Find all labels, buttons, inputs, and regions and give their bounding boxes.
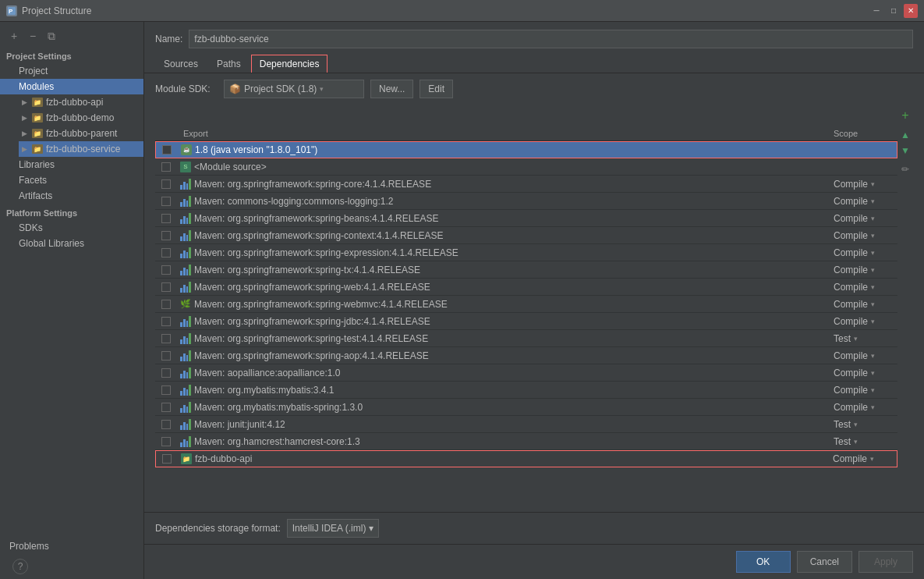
sidebar-item-sdks[interactable]: SDKs bbox=[0, 220, 143, 236]
row-name: Maven: org.springframework:spring-web:4.… bbox=[177, 280, 827, 294]
scope-dropdown-arrow[interactable]: ▾ bbox=[854, 335, 858, 343]
sidebar-item-modules[interactable]: Modules bbox=[0, 79, 143, 94]
table-row[interactable]: Maven: org.springframework:spring-core:4… bbox=[155, 176, 897, 193]
scope-dropdown-arrow[interactable]: ▾ bbox=[871, 369, 875, 377]
maximize-button[interactable]: □ bbox=[887, 4, 901, 18]
scope-dropdown-arrow[interactable]: ▾ bbox=[854, 438, 858, 446]
scope-dropdown-arrow[interactable]: ▾ bbox=[870, 455, 874, 463]
scope-dropdown-arrow[interactable]: ▾ bbox=[871, 215, 875, 222]
name-input[interactable] bbox=[189, 30, 913, 48]
scope-dropdown-arrow[interactable]: ▾ bbox=[871, 403, 875, 411]
table-row[interactable]: Maven: org.springframework:spring-aop:4.… bbox=[155, 347, 897, 364]
row-checkbox[interactable] bbox=[155, 214, 177, 223]
move-up-button[interactable]: ▲ bbox=[898, 128, 912, 142]
row-checkbox[interactable] bbox=[155, 317, 177, 326]
tab-sources[interactable]: Sources bbox=[155, 55, 207, 73]
sidebar-item-libraries[interactable]: Libraries bbox=[0, 157, 143, 172]
tab-paths[interactable]: Paths bbox=[208, 55, 250, 73]
row-checkbox[interactable] bbox=[155, 368, 177, 378]
row-checkbox[interactable] bbox=[155, 300, 177, 309]
copy-module-button[interactable]: ⧉ bbox=[44, 28, 59, 44]
platform-settings-label: Platform Settings bbox=[0, 204, 143, 220]
row-checkbox[interactable] bbox=[155, 420, 177, 429]
row-scope: Compile ▾ bbox=[827, 383, 897, 397]
tab-dependencies[interactable]: Dependencies bbox=[251, 55, 328, 73]
sidebar-item-artifacts-label: Artifacts bbox=[19, 190, 52, 201]
scope-dropdown-arrow[interactable]: ▾ bbox=[871, 300, 875, 308]
row-scope: Compile ▾ bbox=[827, 297, 897, 311]
table-row[interactable]: Maven: aopalliance:aopalliance:1.0 Compi… bbox=[155, 364, 897, 382]
tree-item-fzb-dubbo-service[interactable]: ▶ 📁 fzb-dubbo-service bbox=[19, 141, 143, 157]
tree-item-fzb-dubbo-demo[interactable]: ▶ 📁 fzb-dubbo-demo bbox=[19, 110, 143, 126]
table-row[interactable]: 🌿 Maven: org.springframework:spring-webm… bbox=[155, 296, 897, 313]
add-dependency-button[interactable]: + bbox=[897, 108, 913, 123]
row-checkbox[interactable] bbox=[155, 231, 177, 240]
storage-format-arrow: ▾ bbox=[369, 523, 373, 534]
sidebar-item-problems[interactable]: Problems bbox=[0, 538, 143, 554]
tree-item-fzb-dubbo-api[interactable]: ▶ 📁 fzb-dubbo-api bbox=[19, 94, 143, 110]
scope-dropdown-arrow[interactable]: ▾ bbox=[871, 352, 875, 360]
table-row[interactable]: Maven: org.springframework:spring-web:4.… bbox=[155, 279, 897, 296]
sidebar-item-project[interactable]: Project bbox=[0, 63, 143, 79]
cancel-button[interactable]: Cancel bbox=[797, 551, 852, 573]
dependencies-section: + Export Scope ☕ 1.8 (java ve bbox=[155, 105, 913, 512]
sidebar-item-facets[interactable]: Facets bbox=[0, 172, 143, 188]
scope-dropdown-arrow[interactable]: ▾ bbox=[871, 386, 875, 394]
move-down-button[interactable]: ▼ bbox=[898, 144, 912, 158]
remove-module-button[interactable]: − bbox=[25, 28, 41, 44]
ok-button[interactable]: OK bbox=[736, 551, 791, 573]
row-checkbox[interactable] bbox=[155, 282, 177, 292]
table-row[interactable]: Maven: org.mybatis:mybatis:3.4.1 Compile… bbox=[155, 382, 897, 399]
scope-dropdown-arrow[interactable]: ▾ bbox=[871, 249, 875, 257]
table-row[interactable]: 📁 fzb-dubbo-api Compile ▾ bbox=[155, 450, 897, 467]
table-row[interactable]: Maven: org.mybatis:mybatis-spring:1.3.0 … bbox=[155, 399, 897, 416]
scope-dropdown-arrow[interactable]: ▾ bbox=[871, 232, 875, 240]
row-checkbox[interactable] bbox=[155, 334, 177, 343]
table-row[interactable]: Maven: org.springframework:spring-beans:… bbox=[155, 210, 897, 227]
scope-dropdown-arrow[interactable]: ▾ bbox=[871, 197, 875, 205]
scope-dropdown-arrow[interactable]: ▾ bbox=[871, 266, 875, 274]
row-checkbox[interactable] bbox=[155, 197, 177, 206]
tree-item-fzb-dubbo-parent[interactable]: ▶ 📁 fzb-dubbo-parent bbox=[19, 126, 143, 141]
row-checkbox[interactable] bbox=[155, 179, 177, 189]
row-checkbox[interactable] bbox=[155, 437, 177, 446]
row-checkbox[interactable] bbox=[155, 403, 177, 412]
table-row[interactable]: Maven: org.springframework:spring-contex… bbox=[155, 227, 897, 244]
table-row[interactable]: Maven: org.springframework:spring-jdbc:4… bbox=[155, 313, 897, 330]
close-button[interactable]: ✕ bbox=[904, 4, 918, 18]
row-checkbox[interactable] bbox=[155, 265, 177, 275]
tree-arrow: ▶ bbox=[22, 130, 27, 137]
table-row[interactable]: S <Module source> bbox=[155, 158, 897, 176]
sidebar-item-global-libraries[interactable]: Global Libraries bbox=[0, 236, 143, 251]
table-row[interactable]: Maven: org.hamcrest:hamcrest-core:1.3 Te… bbox=[155, 433, 897, 450]
row-scope: Compile ▾ bbox=[827, 229, 897, 243]
row-checkbox[interactable] bbox=[155, 162, 177, 172]
table-row[interactable]: Maven: org.springframework:spring-test:4… bbox=[155, 330, 897, 347]
row-checkbox[interactable] bbox=[156, 145, 178, 155]
table-row[interactable]: Maven: org.springframework:spring-tx:4.1… bbox=[155, 261, 897, 279]
edit-button[interactable]: ✏ bbox=[898, 162, 912, 176]
row-checkbox[interactable] bbox=[156, 454, 178, 464]
row-checkbox[interactable] bbox=[155, 385, 177, 395]
maven-icon bbox=[180, 282, 191, 293]
storage-format-select[interactable]: IntelliJ IDEA (.iml) ▾ bbox=[287, 519, 380, 538]
sdk-new-button[interactable]: New... bbox=[370, 80, 413, 98]
help-button[interactable]: ? bbox=[12, 559, 28, 574]
table-row[interactable]: Maven: commons-logging:commons-logging:1… bbox=[155, 193, 897, 210]
table-side-buttons: ▲ ▼ ✏ bbox=[897, 126, 913, 512]
scope-dropdown-arrow[interactable]: ▾ bbox=[871, 180, 875, 188]
apply-button[interactable]: Apply bbox=[859, 551, 913, 573]
sidebar-item-artifacts[interactable]: Artifacts bbox=[0, 188, 143, 204]
minimize-button[interactable]: ─ bbox=[869, 4, 883, 18]
sdk-select[interactable]: 📦 Project SDK (1.8) ▾ bbox=[224, 80, 364, 98]
sdk-edit-button[interactable]: Edit bbox=[420, 80, 453, 98]
add-module-button[interactable]: + bbox=[6, 28, 22, 44]
row-checkbox[interactable] bbox=[155, 351, 177, 361]
table-row[interactable]: ☕ 1.8 (java version "1.8.0_101") bbox=[155, 141, 897, 158]
scope-dropdown-arrow[interactable]: ▾ bbox=[871, 318, 875, 325]
scope-dropdown-arrow[interactable]: ▾ bbox=[854, 421, 858, 428]
table-row[interactable]: Maven: junit:junit:4.12 Test ▾ bbox=[155, 416, 897, 433]
scope-dropdown-arrow[interactable]: ▾ bbox=[871, 283, 875, 291]
table-row[interactable]: Maven: org.springframework:spring-expres… bbox=[155, 244, 897, 261]
row-checkbox[interactable] bbox=[155, 248, 177, 258]
